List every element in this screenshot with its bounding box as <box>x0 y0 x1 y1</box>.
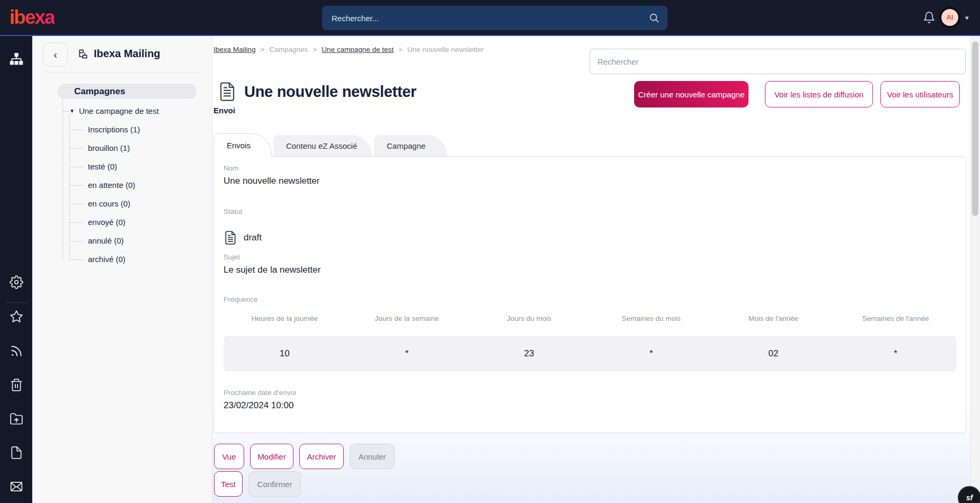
sidebar-section-campagnes[interactable]: Campagnes <box>58 84 197 99</box>
annuler-button[interactable]: Annuler <box>350 444 395 469</box>
confirmer-button[interactable]: Confirmer <box>248 471 301 497</box>
tab-envois[interactable]: Envois <box>213 133 272 157</box>
tree-connector <box>69 185 84 186</box>
frequence-label: Fréquence <box>224 295 258 303</box>
settings-gear-icon[interactable] <box>0 275 32 289</box>
drafts-file-icon[interactable] <box>0 446 32 460</box>
sidebar: ‹ Ibexa Mailing Campagnes ▼ Une campagne… <box>32 36 212 503</box>
feed-rss-icon[interactable] <box>0 344 32 358</box>
frequency-header-row: Heures de la journée Jours de la semaine… <box>224 315 957 322</box>
view-diffusion-lists-button[interactable]: Voir les listes de diffusion <box>765 81 873 107</box>
envoi-details-panel: Nom Une nouvelle newsletter Statut draft… <box>213 156 966 433</box>
breadcrumb-separator: > <box>313 46 317 53</box>
tree-item-inscriptions[interactable]: Inscriptions (1) <box>88 125 140 134</box>
ibexa-logo[interactable]: ibexa <box>10 6 55 29</box>
tree-expand-caret-icon[interactable]: ▼ <box>69 108 75 114</box>
breadcrumb-ibexa-mailing[interactable]: Ibexa Mailing <box>213 46 256 53</box>
tree-item-annule[interactable]: annulé (0) <box>88 236 124 245</box>
mailing-envelope-icon[interactable] <box>0 480 32 493</box>
topbar: ibexa AI ▾ <box>0 0 980 36</box>
frequency-column-header: Semaines de l'année <box>834 315 957 322</box>
tree-item-brouillon[interactable]: brouillon (1) <box>88 143 130 152</box>
frequency-value: * <box>590 348 712 359</box>
tree-item-envoye[interactable]: envoyé (0) <box>88 218 126 227</box>
next-send-value: 23/02/2024 10:00 <box>224 400 293 411</box>
sidebar-divider <box>43 72 199 73</box>
modifier-button[interactable]: Modifier <box>250 444 293 469</box>
page-subtitle: Envoi <box>213 106 235 115</box>
breadcrumb-current: Une nouvelle newsletter <box>407 46 484 53</box>
tree-connector <box>69 259 84 260</box>
tree-line-root <box>63 100 63 259</box>
page-scrollbar[interactable] <box>970 36 980 503</box>
tree-item-en-cours[interactable]: en cours (0) <box>88 199 130 208</box>
main-content: Ibexa Mailing > Campagnes > Une campagne… <box>212 36 970 503</box>
avatar-initials: AI <box>941 9 958 26</box>
tree-item-teste[interactable]: testé (0) <box>88 162 117 171</box>
frequency-value: * <box>346 348 468 359</box>
global-search[interactable] <box>322 6 667 30</box>
statut-label: Statut <box>224 208 242 215</box>
tree-item-label: Une campagne de test <box>79 106 159 115</box>
archiver-button[interactable]: Archiver <box>299 444 344 469</box>
frequency-value: 23 <box>468 348 590 359</box>
content-search[interactable] <box>590 49 966 74</box>
next-send-label: Prochaine date d'envoi <box>224 389 296 397</box>
statut-value: draft <box>244 232 262 243</box>
tree-line-children <box>69 113 70 259</box>
frequency-column-header: Jours du mois <box>468 315 590 322</box>
tree-connector <box>69 222 84 223</box>
app-title: Ibexa Mailing <box>94 48 161 60</box>
breadcrumb-campagnes: Campagnes <box>269 46 308 53</box>
frequency-value: 02 <box>712 348 835 359</box>
trash-icon[interactable] <box>0 378 32 392</box>
sujet-value: Le sujet de la newsletter <box>224 265 320 275</box>
content-tree-icon[interactable] <box>0 52 32 67</box>
create-campaign-button[interactable]: Créer une nouvelle campagne <box>634 81 749 107</box>
notifications-bell-icon[interactable] <box>923 11 936 26</box>
test-button[interactable]: Test <box>214 471 243 497</box>
frequency-values-row: 10 * 23 * 02 * <box>224 336 957 372</box>
tree-item-campaign[interactable]: ▼ Une campagne de test <box>69 106 159 115</box>
view-users-button[interactable]: Voir les utilisateurs <box>880 81 960 107</box>
rail-divider <box>5 302 28 303</box>
user-avatar[interactable]: AI <box>939 7 960 28</box>
frequency-column-header: Semaines du mois <box>590 315 712 322</box>
breadcrumb-separator: > <box>261 46 265 53</box>
tree-connector <box>69 148 84 149</box>
breadcrumb-separator: > <box>398 46 403 53</box>
tree-connector <box>69 167 84 167</box>
scrollbar-thumb[interactable] <box>972 41 978 216</box>
frequency-column-header: Heures de la journée <box>224 315 346 322</box>
search-icon[interactable] <box>648 12 660 24</box>
page-title: Une nouvelle newsletter <box>244 83 416 101</box>
symfony-profiler-badge[interactable]: sf <box>958 486 980 503</box>
user-menu-caret-icon[interactable]: ▾ <box>965 14 969 22</box>
tree-item-en-attente[interactable]: en attente (0) <box>88 181 135 190</box>
frequency-value: 10 <box>224 348 346 359</box>
nom-label: Nom <box>224 164 239 172</box>
content-search-input[interactable] <box>590 49 965 74</box>
vue-button[interactable]: Vue <box>214 444 244 469</box>
tree-connector <box>69 130 84 130</box>
tree-connector <box>69 204 84 204</box>
newsletter-document-icon <box>218 81 237 102</box>
app-tree-icon <box>78 49 88 59</box>
tab-contenu-ez-associe[interactable]: Contenu eZ Associé <box>273 135 372 156</box>
tree-connector <box>63 111 69 112</box>
breadcrumb-campagne-test[interactable]: Une campagne de test <box>322 46 394 53</box>
draft-status-icon <box>224 230 237 246</box>
ibexa-mailing-screen: ibexa AI ▾ <box>0 0 980 503</box>
frequency-column-header: Jours de la semaine <box>346 315 468 322</box>
frequency-value: * <box>834 348 957 359</box>
sujet-label: Sujet <box>224 253 240 261</box>
bookmarks-star-icon[interactable] <box>0 310 32 324</box>
tab-campagne[interactable]: Campagne <box>374 135 447 156</box>
tree-item-archive[interactable]: archivé (0) <box>88 255 126 264</box>
nav-rail <box>0 36 32 503</box>
nom-value: Une nouvelle newsletter <box>224 176 319 186</box>
frequency-column-header: Mois de l'année <box>712 315 835 322</box>
global-search-input[interactable] <box>332 6 634 30</box>
sidebar-collapse-button[interactable]: ‹ <box>43 42 68 67</box>
media-upload-folder-icon[interactable] <box>0 412 32 426</box>
